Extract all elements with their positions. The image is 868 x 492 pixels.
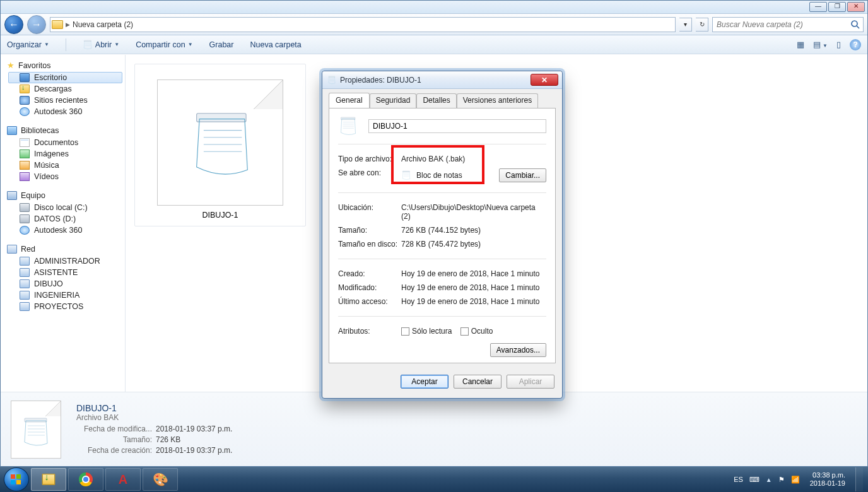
sidebar-item-net-4[interactable]: PROYECTOS: [8, 301, 122, 312]
windows-logo-icon: [10, 473, 23, 486]
notepad-icon: [327, 76, 336, 85]
properties-dialog: Propiedades: DIBUJO-1 ✕ General Segurida…: [322, 71, 563, 399]
sidebar-item-drive-c[interactable]: Disco local (C:): [8, 202, 122, 213]
notepad-icon: [401, 170, 411, 180]
system-tray: ES ⌨ ▲ ⚑ 📶 03:38 p.m. 2018-01-19: [734, 467, 864, 492]
view-slideshow-icon[interactable]: ▦: [797, 40, 804, 49]
tab-details[interactable]: Detalles: [416, 93, 456, 108]
show-desktop-button[interactable]: [855, 467, 863, 491]
start-button[interactable]: [4, 467, 29, 491]
taskbar: A 🎨 ES ⌨ ▲ ⚑ 📶 03:38 p.m. 2018-01-19: [0, 467, 868, 492]
sidebar-item-net-1[interactable]: ASISTENTE: [8, 267, 122, 278]
readonly-checkbox[interactable]: Sólo lectura: [401, 327, 452, 336]
network-header[interactable]: Red: [7, 245, 122, 254]
toolbar: Organizar ▼ Abrir ▼ Compartir con ▼ Grab…: [1, 35, 867, 54]
organize-menu[interactable]: Organizar ▼: [7, 40, 49, 49]
refresh-button[interactable]: ↻: [696, 18, 708, 32]
sidebar-item-net-2[interactable]: DIBUJO: [8, 278, 122, 290]
tab-previous-versions[interactable]: Versiones anteriores: [457, 93, 538, 108]
hidden-checkbox[interactable]: Oculto: [460, 327, 493, 336]
sidebar-item-autodesk[interactable]: Autodesk 360: [8, 106, 122, 117]
tab-security[interactable]: Seguridad: [370, 93, 417, 108]
notepad-icon: [187, 109, 257, 180]
taskbar-clock[interactable]: 03:38 p.m. 2018-01-19: [806, 471, 849, 488]
sidebar-item-music[interactable]: Música: [8, 160, 122, 171]
computer-header[interactable]: Equipo: [7, 191, 122, 200]
address-bar[interactable]: ▶ Nueva carpeta (2): [50, 17, 676, 32]
ok-button[interactable]: Aceptar: [401, 375, 449, 389]
search-icon: [850, 20, 860, 30]
close-button[interactable]: ✕: [847, 2, 865, 12]
notepad-icon: [19, 416, 53, 448]
taskbar-autocad[interactable]: A: [105, 468, 141, 491]
taskbar-paint[interactable]: 🎨: [143, 468, 178, 491]
minimize-button[interactable]: —: [809, 2, 827, 12]
search-box[interactable]: [712, 17, 864, 32]
details-filetype: Archivo BAK: [76, 413, 232, 422]
new-folder-button[interactable]: Nueva carpeta: [250, 40, 301, 49]
apply-button[interactable]: Aplicar: [507, 375, 554, 389]
change-program-button[interactable]: Cambiar...: [499, 168, 546, 182]
dialog-titlebar[interactable]: Propiedades: DIBUJO-1 ✕: [322, 71, 562, 89]
sidebar-item-desktop[interactable]: Escritorio: [8, 72, 122, 83]
sidebar-item-downloads[interactable]: Descargas: [8, 83, 122, 95]
sidebar-item-images[interactable]: Imágenes: [8, 148, 122, 160]
language-indicator[interactable]: ES: [734, 476, 743, 483]
file-name-label: DIBUJO-1: [202, 211, 238, 220]
file-tile[interactable]: DIBUJO-1: [134, 64, 306, 226]
tab-content-general: Tipo de archivo:Archivo BAK (.bak) Se ab…: [329, 108, 556, 363]
sidebar: ★Favoritos Escritorio Descargas Sitios r…: [1, 55, 126, 392]
dialog-close-button[interactable]: ✕: [531, 74, 558, 86]
preview-pane-button[interactable]: ▯: [836, 40, 841, 49]
taskbar-chrome[interactable]: [68, 468, 103, 491]
tray-keyboard-icon[interactable]: ⌨: [749, 476, 760, 484]
help-button[interactable]: ?: [850, 39, 861, 50]
tray-network-icon[interactable]: 📶: [791, 476, 800, 484]
breadcrumb-current[interactable]: Nueva carpeta (2): [73, 20, 133, 29]
burn-button[interactable]: Grabar: [209, 40, 234, 49]
breadcrumb-separator: ▶: [66, 21, 70, 28]
notepad-icon: [338, 116, 358, 136]
dialog-button-row: Aceptar Cancelar Aplicar: [322, 369, 562, 394]
details-thumbnail: [11, 401, 61, 459]
folder-icon: [52, 20, 63, 29]
dialog-tabs: General Seguridad Detalles Versiones ant…: [329, 93, 556, 108]
details-filename: DIBUJO-1: [76, 403, 232, 413]
sidebar-item-videos[interactable]: Vídeos: [8, 171, 122, 182]
advanced-button[interactable]: Avanzados...: [490, 343, 546, 357]
libraries-header[interactable]: Bibliotecas: [7, 126, 122, 135]
share-menu[interactable]: Compartir con ▼: [136, 40, 192, 49]
filename-input[interactable]: [368, 119, 546, 133]
open-button[interactable]: Abrir ▼: [83, 40, 119, 50]
details-pane: DIBUJO-1 Archivo BAK Fecha de modifica..…: [1, 392, 867, 466]
search-input[interactable]: [715, 20, 850, 30]
taskbar-explorer[interactable]: [31, 468, 66, 491]
sidebar-item-net-3[interactable]: INGENIERIA: [8, 290, 122, 301]
favorites-header[interactable]: ★Favoritos: [7, 61, 122, 70]
file-thumbnail: [157, 79, 283, 206]
sidebar-item-net-0[interactable]: ADMINISTRADOR: [8, 255, 122, 267]
window-titlebar: — ❐ ✕: [1, 1, 867, 14]
address-history-button[interactable]: ▾: [679, 18, 692, 32]
forward-button[interactable]: →: [27, 15, 46, 34]
nav-bar: ← → ▶ Nueva carpeta (2) ▾ ↻: [1, 14, 867, 35]
sidebar-item-autodesk-2[interactable]: Autodesk 360: [8, 225, 122, 236]
maximize-button[interactable]: ❐: [828, 2, 846, 12]
sidebar-item-documents[interactable]: Documentos: [8, 137, 122, 148]
tray-action-center-icon[interactable]: ⚑: [778, 476, 785, 484]
tray-overflow-button[interactable]: ▲: [766, 476, 772, 483]
dialog-title-text: Propiedades: DIBUJO-1: [340, 76, 421, 85]
back-button[interactable]: ←: [4, 15, 23, 34]
view-mode-button[interactable]: ▤ ▼: [813, 40, 828, 49]
sidebar-item-drive-d[interactable]: DATOS (D:): [8, 213, 122, 225]
sidebar-item-recent[interactable]: Sitios recientes: [8, 95, 122, 106]
cancel-button[interactable]: Cancelar: [454, 375, 501, 389]
tab-general[interactable]: General: [329, 93, 370, 108]
